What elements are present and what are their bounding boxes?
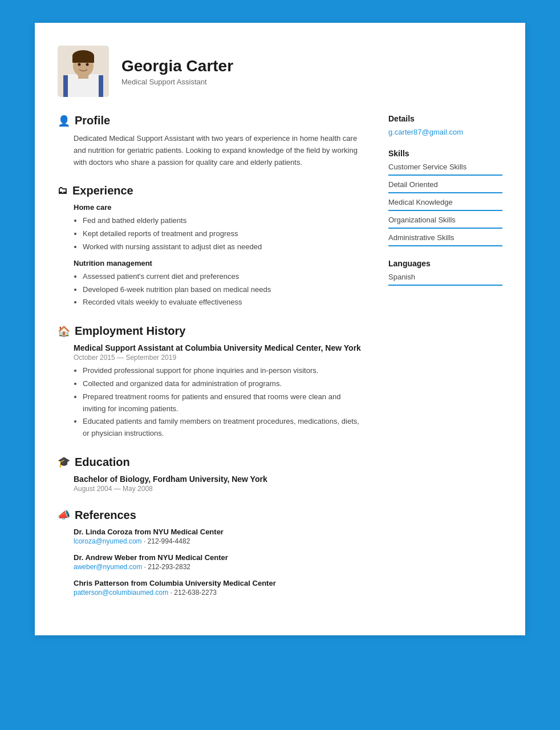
- emp-item: Prepared treatment rooms for patients an…: [83, 391, 366, 415]
- skill-item-3: Medical Knowledge: [388, 198, 502, 211]
- skills-section-title: Skills: [388, 149, 502, 158]
- main-layout: 👤 Profile Dedicated Medical Support Assi…: [58, 114, 502, 613]
- ref-contact-1: lcoroza@nyumed.com · 212-994-4482: [74, 537, 366, 545]
- skill-item-4: Organizational Skills: [388, 216, 502, 229]
- languages-section-title: Languages: [388, 259, 502, 268]
- ref-contact-2: aweber@nyumed.com · 212-293-2832: [74, 563, 366, 571]
- ref-email-1[interactable]: lcoroza@nyumed.com: [74, 537, 142, 545]
- candidate-name: Georgia Carter: [121, 57, 233, 75]
- header-text: Georgia Carter Medical Support Assistant: [121, 57, 233, 86]
- details-section: Details g.carter87@gmail.com: [388, 114, 502, 136]
- skill-item-1: Customer Service Skills: [388, 163, 502, 176]
- header: Georgia Carter Medical Support Assistant: [58, 46, 502, 97]
- ref-email-3[interactable]: patterson@columbiaumed.com: [74, 589, 168, 597]
- ref-contact-3: patterson@columbiaumed.com · 212-638-227…: [74, 589, 366, 597]
- emp-item: Educated patients and family members on …: [83, 416, 366, 440]
- references-icon: 📣: [58, 509, 70, 521]
- education-section-title: 🎓 Education: [58, 456, 366, 469]
- edu-dates: August 2004 — May 2008: [74, 485, 366, 493]
- resume-card: Georgia Carter Medical Support Assistant…: [35, 23, 525, 635]
- avatar: [58, 46, 109, 97]
- exp-item: Fed and bathed elderly patients: [83, 215, 366, 227]
- emp-item: Provided professional support for phone …: [83, 365, 366, 377]
- detail-email[interactable]: g.carter87@gmail.com: [388, 128, 502, 136]
- exp-list-homecare: Fed and bathed elderly patients Kept det…: [83, 215, 366, 253]
- exp-role-homecare: Home care: [74, 203, 366, 212]
- details-section-title: Details: [388, 114, 502, 123]
- edu-degree: Bachelor of Biology, Fordham University,…: [74, 474, 366, 484]
- skill-item-5: Administrative Skills: [388, 233, 502, 246]
- employment-section-title: 🏠 Employment History: [58, 325, 366, 338]
- ref-phone-1: 212-994-4482: [148, 537, 190, 545]
- emp-job-dates: October 2015 — September 2019: [74, 354, 366, 362]
- ref-phone-3: 212-638-2273: [174, 589, 217, 597]
- experience-icon: 🗂: [58, 185, 68, 197]
- ref-email-2[interactable]: aweber@nyumed.com: [74, 563, 142, 571]
- ref-separator-1: ·: [144, 537, 148, 545]
- emp-job-title: Medical Support Assistant at Columbia Un…: [74, 343, 366, 352]
- ref-name-1: Dr. Linda Coroza from NYU Medical Center: [74, 528, 366, 536]
- profile-icon: 👤: [58, 115, 70, 127]
- experience-section-title: 🗂 Experience: [58, 184, 366, 197]
- profile-section-title: 👤 Profile: [58, 114, 366, 127]
- ref-phone-2: 212-293-2832: [148, 563, 190, 571]
- employment-icon: 🏠: [58, 325, 70, 338]
- exp-list-nutrition: Assessed patient's current diet and pref…: [83, 271, 366, 309]
- references-section-title: 📣 References: [58, 509, 366, 522]
- exp-item: Worked with nursing assistant to adjust …: [83, 241, 366, 253]
- exp-role-nutrition: Nutrition management: [74, 259, 366, 267]
- right-column: Details g.carter87@gmail.com Skills Cust…: [388, 114, 502, 613]
- profile-section: 👤 Profile Dedicated Medical Support Assi…: [58, 114, 366, 168]
- ref-name-2: Dr. Andrew Weber from NYU Medical Center: [74, 553, 366, 562]
- emp-job-list: Provided professional support for phone …: [83, 365, 366, 440]
- candidate-title: Medical Support Assistant: [121, 78, 233, 86]
- experience-section: 🗂 Experience Home care Fed and bathed el…: [58, 184, 366, 309]
- exp-item: Assessed patient's current diet and pref…: [83, 271, 366, 283]
- languages-section: Languages Spanish: [388, 259, 502, 286]
- svg-point-7: [78, 63, 81, 66]
- ref-item-3: Chris Patterson from Columbia University…: [74, 579, 366, 597]
- education-section: 🎓 Education Bachelor of Biology, Fordham…: [58, 456, 366, 493]
- skills-section: Skills Customer Service Skills Detail Or…: [388, 149, 502, 246]
- ref-name-3: Chris Patterson from Columbia University…: [74, 579, 366, 587]
- profile-text: Dedicated Medical Support Assistant with…: [74, 133, 366, 168]
- education-icon: 🎓: [58, 456, 70, 468]
- exp-item: Kept detailed reports of treatment and p…: [83, 228, 366, 240]
- exp-item: Developed 6-week nutrition plan based on…: [83, 284, 366, 296]
- references-section: 📣 References Dr. Linda Coroza from NYU M…: [58, 509, 366, 597]
- exp-item: Recorded vitals weekly to evaluate effec…: [83, 297, 366, 309]
- svg-rect-6: [72, 56, 94, 63]
- ref-item-1: Dr. Linda Coroza from NYU Medical Center…: [74, 528, 366, 545]
- left-column: 👤 Profile Dedicated Medical Support Assi…: [58, 114, 366, 613]
- skill-item-2: Detail Oriented: [388, 180, 502, 193]
- language-item-1: Spanish: [388, 273, 502, 286]
- ref-item-2: Dr. Andrew Weber from NYU Medical Center…: [74, 553, 366, 571]
- svg-point-8: [86, 63, 89, 66]
- emp-item: Collected and organized data for adminis…: [83, 378, 366, 390]
- employment-section: 🏠 Employment History Medical Support Ass…: [58, 325, 366, 440]
